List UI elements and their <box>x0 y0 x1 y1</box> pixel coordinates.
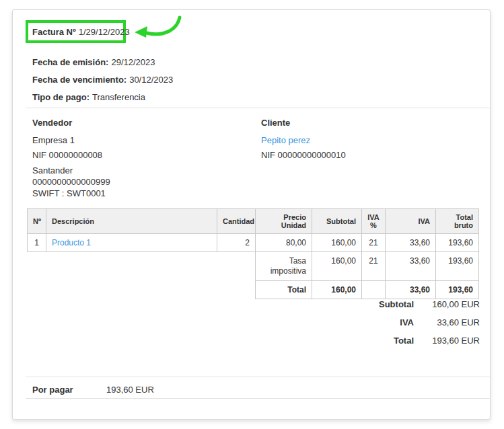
summary-row-subtotal: Subtotal 160,00 EUR <box>318 295 480 313</box>
item-precio-unidad: 80,00 <box>256 234 312 252</box>
invoice-page: Factura Nº 1/29/12/2023 Fecha de emisión… <box>12 9 491 420</box>
product-link[interactable]: Producto 1 <box>52 238 91 247</box>
summary-total-label: Total <box>318 336 414 346</box>
payment-type-row: Tipo de pago:Transferencia <box>32 92 173 102</box>
footer-divider-bottom <box>26 398 490 399</box>
seller-heading: Vendedor <box>32 118 72 128</box>
due-date-label: Fecha de vencimiento: <box>32 75 127 85</box>
seller-bank-details: Santander 0000000000000999 SWIFT : SWT00… <box>32 165 180 199</box>
client-link[interactable]: Pepito perez <box>261 135 310 145</box>
issue-date-value: 29/12/2023 <box>111 57 155 67</box>
item-num: 1 <box>28 234 46 252</box>
invoice-number-highlight: Factura Nº 1/29/12/2023 <box>26 20 126 43</box>
col-header-total-bruto: Total bruto <box>436 209 479 234</box>
issue-date-label: Fecha de emisión: <box>32 57 108 67</box>
col-header-iva-pct: IVA % <box>362 209 386 234</box>
seller-nif: NIF 00000000008 <box>32 150 102 160</box>
client-nif: NIF 00000000000010 <box>261 150 346 160</box>
tax-row-total-bruto: 193,60 <box>436 252 479 281</box>
section-divider <box>26 108 490 108</box>
items-table: Nº Descripción Cantidad Precio Unidad Su… <box>27 208 479 299</box>
col-header-num: Nº <box>28 209 46 234</box>
item-iva-pct: 21 <box>362 234 386 252</box>
payment-type-value: Transferencia <box>92 92 145 102</box>
total-row-label: Total <box>256 281 312 299</box>
due-date-value: 30/12/2023 <box>129 75 173 85</box>
amount-due-label: Por pagar <box>32 385 106 395</box>
invoice-meta: Fecha de emisión:29/12/2023 Fecha de ven… <box>32 57 173 110</box>
client-name-row: Pepito perez <box>261 135 310 145</box>
summary-row-total: Total 193,60 EUR <box>318 332 480 350</box>
amount-due-row: Por pagar 193,60 EUR <box>32 381 154 398</box>
payment-type-label: Tipo de pago: <box>32 92 89 102</box>
tax-row-iva: 33,60 <box>386 252 436 281</box>
item-cantidad: 2 <box>217 234 256 252</box>
tax-row: Tasa impositiva 160,00 21 33,60 193,60 <box>28 252 479 281</box>
seller-company: Empresa 1 <box>32 135 75 145</box>
col-header-descripcion: Descripción <box>46 209 217 234</box>
summary-row-iva: IVA 33,60 EUR <box>318 313 480 332</box>
summary-iva-label: IVA <box>318 317 414 327</box>
tax-row-label: Tasa impositiva <box>256 252 312 281</box>
blank-cell <box>28 252 256 281</box>
item-subtotal: 160,00 <box>312 234 362 252</box>
amount-due-value: 193,60 EUR <box>106 385 154 395</box>
item-total-bruto: 193,60 <box>436 234 479 252</box>
annotation-arrow-icon <box>131 15 186 44</box>
seller-swift: SWIFT : SWT0001 <box>32 188 180 199</box>
summary-subtotal-label: Subtotal <box>318 299 414 309</box>
table-header-row: Nº Descripción Cantidad Precio Unidad Su… <box>28 209 479 234</box>
invoice-number: 1/29/12/2023 <box>79 27 130 37</box>
col-header-precio-unidad: Precio Unidad <box>256 209 312 234</box>
seller-bank-account: 0000000000000999 <box>32 176 180 188</box>
col-header-cantidad: Cantidad <box>217 209 256 234</box>
summary-total-value: 193,60 EUR <box>414 336 480 346</box>
item-iva: 33,60 <box>386 234 436 252</box>
totals-summary: Subtotal 160,00 EUR IVA 33,60 EUR Total … <box>318 295 480 350</box>
tax-row-subtotal: 160,00 <box>312 252 362 281</box>
client-heading: Cliente <box>261 118 290 128</box>
tax-row-iva-pct: 21 <box>362 252 386 281</box>
seller-bank-name: Santander <box>32 165 180 176</box>
due-date-row: Fecha de vencimiento:30/12/2023 <box>32 75 173 85</box>
col-header-iva: IVA <box>386 209 436 234</box>
summary-subtotal-value: 160,00 EUR <box>414 299 480 309</box>
table-row: 1 Producto 1 2 80,00 160,00 21 33,60 193… <box>28 234 479 252</box>
footer-divider-top <box>26 377 490 377</box>
item-description-cell: Producto 1 <box>46 234 217 252</box>
col-header-subtotal: Subtotal <box>312 209 362 234</box>
issue-date-row: Fecha de emisión:29/12/2023 <box>32 57 173 67</box>
summary-iva-value: 33,60 EUR <box>414 317 480 327</box>
invoice-title-label: Factura Nº <box>32 27 76 37</box>
blank-cell <box>28 281 256 299</box>
